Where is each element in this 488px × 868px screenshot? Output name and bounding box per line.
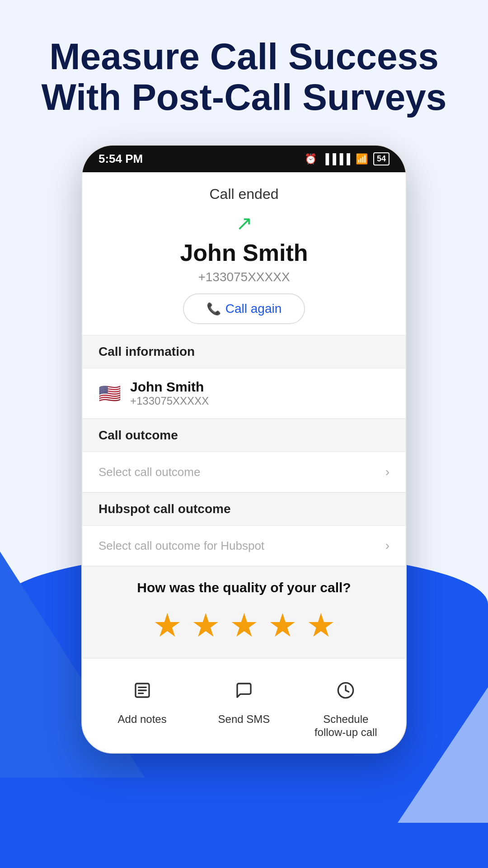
hubspot-outcome-header: Hubspot call outcome [82, 492, 406, 526]
contact-info: John Smith +133075XXXXX [130, 379, 209, 407]
star-3[interactable]: ★ [230, 606, 259, 644]
call-ended-label: Call ended [82, 172, 406, 207]
stars-row: ★ ★ ★ ★ ★ [99, 606, 389, 644]
hubspot-outcome-placeholder: Select call outcome for Hubspot [99, 539, 264, 553]
star-4[interactable]: ★ [268, 606, 297, 644]
phone-icon: 📞 [206, 302, 221, 316]
actions-row: Add notes Send SMS [82, 658, 406, 753]
contact-number: +133075XXXXX [130, 395, 209, 407]
wifi-icon: 📶 [356, 153, 368, 165]
caller-name: John Smith [82, 239, 406, 270]
contact-row: 🇺🇸 John Smith +133075XXXXX [82, 368, 406, 419]
flag-icon: 🇺🇸 [99, 383, 121, 404]
send-sms-label: Send SMS [218, 713, 270, 726]
chevron-right-icon: › [385, 465, 389, 479]
add-notes-label: Add notes [118, 713, 167, 726]
call-outcome-placeholder: Select call outcome [99, 465, 200, 479]
schedule-followup-button[interactable]: Schedulefollow-up call [310, 672, 382, 739]
headline-line2: With Post-Call Surveys [42, 76, 447, 118]
call-outcome-header: Call outcome [82, 419, 406, 452]
quality-section: How was the quality of your call? ★ ★ ★ … [82, 566, 406, 658]
phone-frame: 5:54 PM ⏰ ▐▐▐▐ 📶 54 Call ended ↗ John Sm… [81, 145, 407, 754]
phone-mockup: 5:54 PM ⏰ ▐▐▐▐ 📶 54 Call ended ↗ John Sm… [81, 145, 407, 754]
contact-name: John Smith [130, 379, 209, 395]
caller-number: +133075XXXXX [82, 270, 406, 293]
phone-content: Call ended ↗ John Smith +133075XXXXX 📞 C… [82, 172, 406, 753]
battery-icon: 54 [373, 152, 389, 165]
star-2[interactable]: ★ [191, 606, 221, 644]
status-time: 5:54 PM [99, 152, 143, 166]
status-bar: 5:54 PM ⏰ ▐▐▐▐ 📶 54 [82, 146, 406, 172]
call-again-label: Call again [225, 302, 282, 316]
call-again-button[interactable]: 📞 Call again [183, 293, 305, 324]
schedule-icon [328, 672, 364, 708]
star-5[interactable]: ★ [306, 606, 336, 644]
send-sms-button[interactable]: Send SMS [208, 672, 280, 739]
outgoing-call-icon: ↗ [82, 207, 406, 239]
sms-icon [226, 672, 262, 708]
notes-icon [124, 672, 160, 708]
signal-icon: ▐▐▐▐ [322, 153, 350, 165]
headline-line1: Measure Call Success [49, 36, 438, 77]
hubspot-chevron-icon: › [385, 538, 389, 553]
hubspot-outcome-select[interactable]: Select call outcome for Hubspot › [82, 526, 406, 566]
page-header: Measure Call Success With Post-Call Surv… [5, 0, 483, 145]
add-notes-button[interactable]: Add notes [106, 672, 178, 739]
call-outcome-select[interactable]: Select call outcome › [82, 452, 406, 492]
call-information-header: Call information [82, 335, 406, 368]
quality-title: How was the quality of your call? [99, 580, 389, 595]
schedule-label: Schedulefollow-up call [314, 713, 377, 739]
star-1[interactable]: ★ [153, 606, 182, 644]
headline: Measure Call Success With Post-Call Surv… [42, 36, 447, 118]
status-icons: ⏰ ▐▐▐▐ 📶 54 [305, 152, 389, 165]
alarm-icon: ⏰ [305, 153, 317, 165]
